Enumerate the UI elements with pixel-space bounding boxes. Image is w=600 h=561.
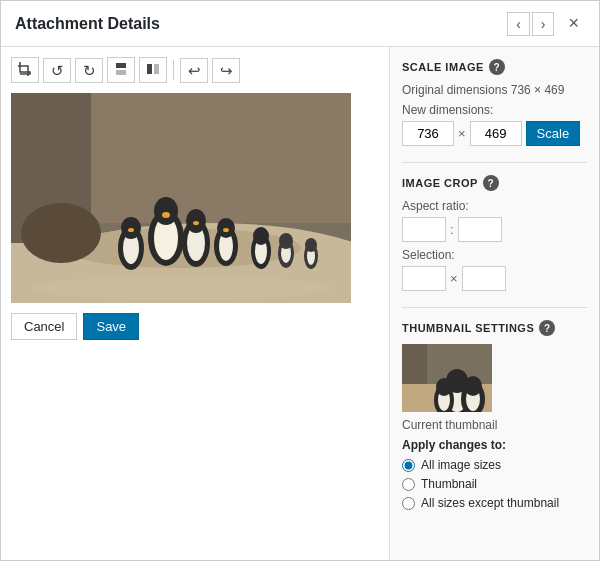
svg-rect-0 [116,63,126,68]
new-dimensions-label: New dimensions: [402,103,587,117]
original-dimensions: Original dimensions 736 × 469 [402,83,587,97]
flip-horizontal-button[interactable] [139,57,167,83]
svg-rect-11 [31,213,91,253]
radio-thumbnail-input[interactable] [402,478,415,491]
svg-rect-3 [154,64,159,74]
next-button[interactable]: › [532,12,555,36]
radio-all-except-label: All sizes except thumbnail [421,496,559,510]
radio-all-except[interactable]: All sizes except thumbnail [402,496,587,510]
scale-image-section: SCALE IMAGE ? Original dimensions 736 × … [402,59,587,146]
radio-all-sizes-label: All image sizes [421,458,501,472]
radio-all-sizes[interactable]: All image sizes [402,458,587,472]
radio-thumbnail[interactable]: Thumbnail [402,477,587,491]
undo-button[interactable]: ↩ [180,58,208,83]
flip-vertical-button[interactable] [107,57,135,83]
dim-separator: × [458,126,466,141]
svg-point-26 [223,228,229,232]
scale-button[interactable]: Scale [526,121,581,146]
scale-image-title: SCALE IMAGE ? [402,59,587,75]
image-crop-title: IMAGE CROP ? [402,175,587,191]
svg-point-37 [128,228,134,232]
attachment-details-modal: Attachment Details ‹ › × ↺ ↻ [0,0,600,561]
rotate-left-button[interactable]: ↺ [43,58,71,83]
modal-header: Attachment Details ‹ › × [1,1,599,47]
redo-button[interactable]: ↪ [212,58,240,83]
radio-group: All image sizes Thumbnail All sizes exce… [402,458,587,510]
aspect-ratio-row: : [402,217,587,242]
crop-tool-button[interactable] [11,57,39,83]
scale-help-icon[interactable]: ? [489,59,505,75]
image-preview [11,93,351,303]
image-crop-section: IMAGE CROP ? Aspect ratio: : Selection: … [402,175,587,291]
cancel-button[interactable]: Cancel [11,313,77,340]
toolbar-separator [173,60,174,80]
dimensions-row: × Scale [402,121,587,146]
thumbnail-settings-section: THUMBNAIL SETTINGS ? [402,320,587,510]
svg-point-40 [305,238,317,252]
svg-point-21 [193,221,199,225]
radio-all-sizes-input[interactable] [402,459,415,472]
save-button[interactable]: Save [83,313,139,340]
thumbnail-preview [402,344,492,412]
height-input[interactable] [470,121,522,146]
svg-point-16 [162,212,170,218]
svg-point-29 [253,227,269,245]
prev-button[interactable]: ‹ [507,12,530,36]
close-button[interactable]: × [562,11,585,36]
action-buttons: Cancel Save [11,313,379,340]
aspect-ratio-label: Aspect ratio: [402,199,587,213]
svg-point-41 [31,276,331,300]
svg-point-50 [464,376,482,396]
sel-h-input[interactable] [462,266,506,291]
apply-changes-label: Apply changes to: [402,438,587,452]
radio-thumbnail-label: Thumbnail [421,477,477,491]
radio-all-except-input[interactable] [402,497,415,510]
sel-separator: × [450,271,458,286]
image-toolbar: ↺ ↻ ↩ ↪ [11,57,379,83]
selection-row: × [402,266,587,291]
divider-1 [402,162,587,163]
svg-point-32 [279,233,293,249]
rotate-right-button[interactable]: ↻ [75,58,103,83]
modal-title: Attachment Details [15,15,160,33]
thumbnail-settings-title: THUMBNAIL SETTINGS ? [402,320,587,336]
divider-2 [402,307,587,308]
width-input[interactable] [402,121,454,146]
right-panel: SCALE IMAGE ? Original dimensions 736 × … [389,47,599,560]
svg-point-53 [436,378,452,396]
crop-help-icon[interactable]: ? [483,175,499,191]
current-thumbnail-label: Current thumbnail [402,418,587,432]
modal-nav: ‹ › × [507,11,585,36]
svg-rect-2 [147,64,152,74]
aspect-separator: : [450,222,454,237]
thumbnail-help-icon[interactable]: ? [539,320,555,336]
aspect-h-input[interactable] [458,217,502,242]
selection-label: Selection: [402,248,587,262]
modal-body: ↺ ↻ ↩ ↪ [1,47,599,560]
left-panel: ↺ ↻ ↩ ↪ [1,47,389,560]
aspect-w-input[interactable] [402,217,446,242]
svg-rect-1 [116,70,126,75]
sel-w-input[interactable] [402,266,446,291]
